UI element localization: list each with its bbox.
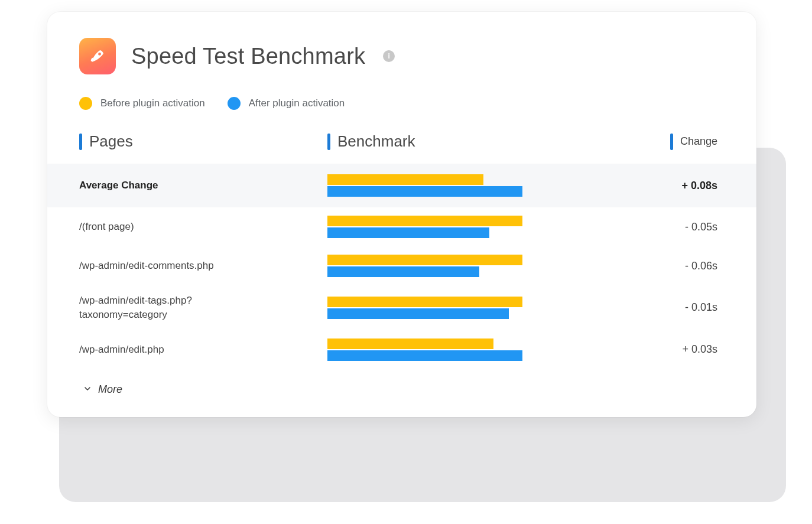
legend-before-label: Before plugin activation [100, 97, 205, 109]
col-benchmark-label: Benchmark [337, 132, 415, 151]
bar-before [327, 339, 493, 349]
more-button[interactable]: More [79, 383, 725, 396]
row-average: Average Change+ 0.08s [47, 164, 756, 207]
benchmark-bars [327, 255, 522, 277]
col-tick [670, 134, 673, 150]
page-label: Average Change [79, 178, 233, 193]
benchmark-bars [327, 339, 522, 361]
col-change: Change [670, 134, 725, 150]
table-row: /wp-admin/edit-tags.php?taxonomy=categor… [79, 285, 725, 330]
bar-before [327, 174, 483, 185]
col-tick [79, 134, 82, 150]
legend-dot-after [228, 97, 241, 110]
bar-before [327, 216, 522, 226]
table-header: Pages Benchmark Change [79, 129, 725, 164]
page-label: /(front page) [79, 220, 233, 234]
benchmark-bars [327, 297, 522, 319]
change-value: + 0.03s [606, 343, 725, 356]
benchmark-card: Speed Test Benchmark i Before plugin act… [47, 12, 756, 417]
col-tick [327, 134, 330, 150]
col-benchmark: Benchmark [327, 132, 606, 151]
legend: Before plugin activation After plugin ac… [79, 97, 725, 110]
bar-after [327, 186, 522, 197]
bar-after [327, 350, 522, 361]
svg-point-0 [98, 53, 101, 56]
page-label: /wp-admin/edit-comments.php [79, 259, 233, 273]
benchmark-bars [327, 174, 522, 197]
table-row: /(front page)- 0.05s [79, 207, 725, 246]
col-change-label: Change [680, 135, 717, 148]
table-body: Average Change+ 0.08s/(front page)- 0.05… [79, 164, 725, 369]
bar-after [327, 308, 509, 319]
change-value: - 0.01s [606, 301, 725, 314]
page-label: /wp-admin/edit-tags.php?taxonomy=categor… [79, 294, 233, 322]
change-value: + 0.08s [606, 180, 725, 192]
bar-before [327, 297, 522, 307]
table-row: /wp-admin/edit-comments.php- 0.06s [79, 246, 725, 285]
change-value: - 0.05s [606, 221, 725, 233]
chevron-down-icon [83, 384, 92, 396]
benchmark-bars [327, 216, 522, 238]
legend-after: After plugin activation [228, 97, 345, 110]
info-icon[interactable]: i [383, 50, 395, 62]
legend-before: Before plugin activation [79, 97, 205, 110]
legend-dot-before [79, 97, 92, 110]
col-pages-label: Pages [89, 132, 133, 151]
col-pages: Pages [79, 132, 327, 151]
page-label: /wp-admin/edit.php [79, 343, 233, 357]
table-row: /wp-admin/edit.php+ 0.03s [79, 330, 725, 369]
card-header: Speed Test Benchmark i [79, 38, 725, 74]
bar-after [327, 227, 489, 238]
more-label: More [98, 383, 122, 396]
bar-after [327, 266, 479, 277]
rocket-icon [79, 38, 116, 74]
page-title: Speed Test Benchmark [131, 44, 365, 69]
bar-before [327, 255, 522, 265]
legend-after-label: After plugin activation [249, 97, 345, 109]
change-value: - 0.06s [606, 260, 725, 272]
